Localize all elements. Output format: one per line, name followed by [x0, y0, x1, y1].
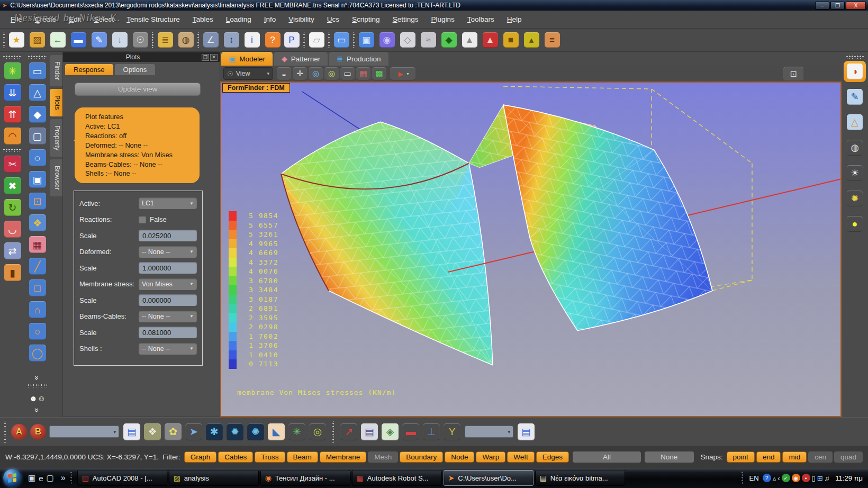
light-on-icon[interactable]: ● [844, 213, 866, 234]
tab-production[interactable]: ≣Production [329, 52, 388, 66]
people-icon[interactable]: ☻☺ [29, 390, 46, 406]
membrane-double-icon[interactable]: ≈ [419, 31, 438, 50]
run-tool-dropdown[interactable]: ► [390, 67, 415, 80]
menu-tensile-structure[interactable]: Tensile Structure [120, 11, 186, 29]
tray-expand-icon[interactable]: ▵ [773, 474, 776, 482]
toolbar-grip[interactable] [302, 32, 306, 48]
blocks-icon[interactable]: ▣ [357, 31, 376, 50]
collapse-chevron-icon[interactable]: » [34, 376, 41, 380]
save-as-icon[interactable]: ✎ [89, 31, 108, 50]
set-square-icon[interactable]: ◣ [267, 422, 286, 441]
balloons-icon[interactable]: ✿ [164, 422, 183, 441]
mesh-ball-icon[interactable]: ✱ [205, 422, 224, 441]
language-indicator[interactable]: EN [749, 474, 759, 482]
app-red-icon[interactable]: ▪ [802, 474, 810, 482]
flip-icon[interactable]: ↗ [339, 422, 358, 441]
tab-response[interactable]: Response [65, 64, 113, 75]
layer-combo[interactable] [49, 426, 119, 438]
export-window-icon[interactable]: ⇈ [2, 104, 23, 124]
bend-icon[interactable]: ↻ [2, 197, 23, 218]
toolbar-grip[interactable] [352, 32, 356, 48]
toolbar-grip[interactable] [3, 148, 23, 152]
import-window-icon[interactable]: ⇊ [2, 83, 23, 103]
brick-icon[interactable]: ▭ [27, 61, 48, 81]
pick-arrow-icon[interactable]: ➤ [184, 422, 203, 441]
panel-float-button[interactable]: ❐ [202, 54, 209, 61]
mesh-blob-icon[interactable]: ✺ [246, 422, 265, 441]
volume-icon[interactable]: ♫ [825, 474, 830, 482]
menu-select[interactable]: Select [88, 11, 121, 29]
frame-corners-icon[interactable]: ⊡ [27, 191, 48, 211]
layer-b-button[interactable]: B [30, 424, 46, 440]
tent-red-icon[interactable]: ▲ [481, 31, 500, 50]
collapse-chevron-icon[interactable]: » [34, 408, 41, 412]
mesh-membrane-icon[interactable]: ▦ [27, 234, 48, 255]
group-shapes-icon[interactable]: ❖ [143, 422, 162, 441]
membrane-green-icon[interactable]: ◆ [439, 31, 458, 50]
switcher-icon[interactable]: ▣ [28, 473, 35, 483]
power-plug-icon[interactable]: ▯ [812, 474, 816, 482]
filter-membrane[interactable]: Membrane [320, 451, 367, 463]
open-folder-icon[interactable]: ▨ [28, 31, 47, 50]
panel-close-button[interactable]: ✕ [210, 54, 218, 61]
filter-truss[interactable]: Truss [255, 451, 285, 463]
toolbar-grip[interactable] [27, 384, 48, 387]
publish-icon[interactable]: P [282, 31, 301, 50]
taskbar-grip[interactable] [741, 471, 744, 485]
toolbar-grip[interactable] [3, 421, 7, 442]
sphere-mesh-icon[interactable]: ◉ [377, 31, 396, 50]
snap-quad[interactable]: quad [834, 451, 863, 463]
view-dropdown[interactable]: ☉ View [223, 67, 273, 80]
taskbar-grip[interactable] [70, 471, 73, 485]
membrane-yellow-icon[interactable]: ■ [501, 31, 520, 50]
viewport-3d-scene[interactable] [221, 83, 840, 416]
menu-settings[interactable]: Settings [386, 11, 425, 29]
filter-edges[interactable]: Edges [536, 451, 569, 463]
sheet-list-button[interactable]: ▤ [517, 422, 536, 441]
snap-mid[interactable]: mid [782, 451, 807, 463]
circle-icon[interactable]: ○ [27, 321, 48, 341]
mesh-dots-icon[interactable]: ✹ [225, 422, 245, 441]
primitives-icon[interactable]: ❖ [27, 213, 48, 233]
filter-none-button[interactable]: None [645, 451, 694, 463]
updater-icon[interactable]: ◉ [792, 474, 800, 482]
menu-loading[interactable]: Loading [220, 11, 258, 29]
export-icon[interactable]: ↓ [110, 31, 129, 50]
side-tab-property[interactable]: Property [50, 119, 62, 157]
menu-ucs[interactable]: Ucs [321, 11, 346, 29]
membrane-form-icon[interactable]: ◠ [2, 126, 23, 146]
membrane-flat-icon[interactable]: ◇ [398, 31, 417, 50]
rings-target-icon[interactable]: ◎ [308, 422, 327, 441]
brightness-icon[interactable]: ☀ [844, 162, 866, 184]
handbook-icon[interactable]: ▭ [332, 31, 351, 50]
bucket-icon[interactable]: ▮ [2, 263, 23, 283]
menu-visibility[interactable]: Visibility [282, 11, 321, 29]
antivirus-icon[interactable]: ✓ [782, 474, 790, 482]
cone-icon[interactable]: △ [27, 83, 48, 103]
tab-modeler[interactable]: ▣Modeler [221, 52, 273, 66]
umbrella-icon[interactable]: ▴ [522, 31, 541, 50]
arc-tool-icon[interactable]: ◡ [2, 219, 23, 239]
select-entities-icon[interactable]: ✛ [293, 67, 307, 80]
menu-tables[interactable]: Tables [186, 11, 220, 29]
transform-ab-icon[interactable]: ⇄ [2, 241, 23, 261]
toolbar-grip[interactable] [3, 55, 23, 59]
formfind-icon[interactable]: ✳ [2, 61, 23, 81]
filter-node[interactable]: Node [445, 451, 474, 463]
task-bitmap[interactable]: ▤Νέα εικόνα bitma... [535, 470, 625, 486]
task-browser[interactable]: ◉Тенсил Дизайн - ... [260, 470, 350, 486]
rect-select-icon[interactable]: ▢ [27, 126, 48, 146]
toolbar-grip[interactable] [151, 32, 155, 48]
snap-grid-icon[interactable]: ▩ [372, 67, 386, 80]
axis-cross-icon[interactable]: ⊥ [422, 422, 441, 441]
start-button[interactable] [3, 469, 21, 487]
menu-create[interactable]: Create [29, 11, 63, 29]
minimize-button[interactable]: – [815, 2, 829, 10]
viewport[interactable]: FormFinder : FDM 5 9854 5 6557 [220, 82, 842, 417]
show-desktop-icon[interactable]: ▢ [47, 473, 54, 483]
database-icon[interactable]: ≣ [156, 31, 175, 50]
toolbar-grip[interactable] [196, 32, 200, 48]
snapshot-camera-icon[interactable]: ☉ [131, 31, 150, 50]
new-file-icon[interactable]: ★ [7, 31, 26, 50]
y-axis-icon[interactable]: Y [442, 422, 462, 441]
